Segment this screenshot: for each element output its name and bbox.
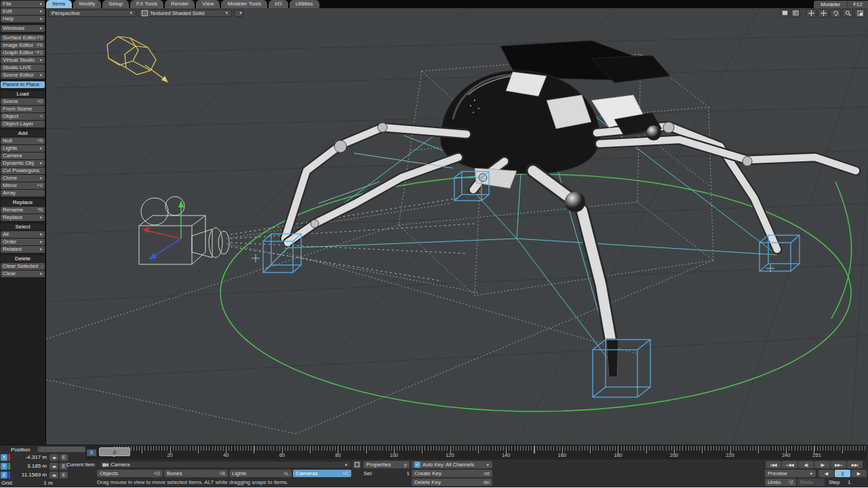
value-stepper[interactable]: ◀▶	[50, 454, 58, 461]
sidebar-item-label: Null	[3, 138, 12, 144]
tab-setup[interactable]: Setup	[102, 0, 129, 8]
sidebar-item-related[interactable]: Related▼	[1, 246, 45, 253]
sidebar-item-from-scene[interactable]: From Scene	[1, 106, 45, 113]
status-hint-text: Drag mouse in view to move selected item…	[97, 479, 288, 485]
sidebar-item-help[interactable]: Help▼	[1, 16, 45, 22]
sidebar-item-scene[interactable]: Scene^O	[1, 98, 45, 105]
shading-mode-dropdown[interactable]: Textured Shaded Solid ▼	[138, 9, 232, 17]
modeler-button[interactable]: Modeler	[814, 1, 848, 7]
tab-view[interactable]: View	[196, 0, 220, 8]
value-stepper[interactable]: ◀▶	[50, 463, 58, 470]
axis-x-button[interactable]: X	[1, 454, 7, 461]
go-end-button[interactable]: ▶▶|	[847, 461, 863, 468]
step-value[interactable]: 1	[848, 479, 850, 485]
sidebar-item-label: Clear Selected	[3, 263, 38, 270]
sidebar-item-all[interactable]: All▼	[1, 231, 45, 238]
tab-utilities[interactable]: Utilities	[290, 0, 319, 8]
undo-shortcut: ^Z	[786, 480, 793, 485]
sidebar-item-lights[interactable]: Lights▼	[1, 145, 45, 152]
undo-button[interactable]: Undo ^Z	[765, 479, 796, 486]
pause-button[interactable]: ||	[835, 470, 850, 477]
sidebar-item-graph-editor[interactable]: Graph Editor^F2	[1, 49, 45, 56]
next-frame-button[interactable]: ||▶	[814, 461, 830, 468]
timeline-ruler[interactable]: 020406080100120140160180200220240251 0 0	[85, 446, 867, 460]
value-stepper[interactable]: ◀▶	[50, 472, 58, 479]
axis-y-value[interactable]: 3.185 m	[10, 463, 47, 470]
auto-key-dropdown[interactable]: ✓ Auto Key: All Channels ▼	[412, 461, 492, 468]
tab-items[interactable]: Items	[46, 0, 72, 8]
properties-button[interactable]: Properties p	[363, 461, 410, 468]
position-mode-bar[interactable]	[38, 447, 85, 452]
current-item-dropdown[interactable]: Camera ▼	[99, 461, 351, 468]
sidebar-item-mirror[interactable]: Mirror+V	[1, 182, 45, 189]
prev-frame-button[interactable]: ◀||	[798, 461, 814, 468]
sidebar-item-shortcut: ^F2	[34, 49, 43, 56]
entity-shortcut: +O	[151, 471, 160, 476]
tab-fx-tools[interactable]: FX Tools	[130, 0, 163, 8]
timeline-slider-handle[interactable]: 0	[99, 447, 130, 456]
item-list-button[interactable]	[353, 461, 361, 468]
sidebar-item-surface-editor[interactable]: Surface EditorF5	[1, 35, 45, 41]
viewport-3d[interactable]	[46, 8, 868, 445]
view-mode-dropdown[interactable]: Perspective ▼	[48, 9, 136, 17]
sidebar-item-rename[interactable]: Rename*N	[1, 207, 45, 214]
next-key-button[interactable]: ▶▶+	[831, 461, 846, 468]
sidebar-item-label: Object	[3, 113, 18, 120]
go-start-button[interactable]: |◀◀	[766, 461, 781, 468]
sidebar-item-array[interactable]: Array	[1, 190, 45, 197]
sidebar-item-replace[interactable]: Replace▼	[1, 214, 45, 221]
sidebar-item-studio-live[interactable]: Studio LIVE	[1, 64, 45, 71]
maximize-icon[interactable]	[854, 9, 865, 18]
pan-icon[interactable]	[806, 9, 816, 18]
entity-button-objects[interactable]: Objects+O	[97, 470, 163, 477]
envelope-button[interactable]: E	[60, 472, 68, 479]
axis-z-value[interactable]: 11.1569 m	[10, 472, 47, 479]
sidebar-item-edit[interactable]: Edit▼	[1, 8, 45, 15]
move-icon[interactable]	[818, 9, 829, 18]
sidebar-item-clone[interactable]: Clone▼	[1, 175, 45, 182]
sidebar-item-object-layer[interactable]: Object Layer	[1, 121, 45, 127]
tab-modeler-tools[interactable]: Modeler Tools	[221, 0, 267, 8]
sidebar-item-file[interactable]: File▼	[1, 1, 45, 7]
play-reverse-button[interactable]: ◀	[818, 470, 834, 477]
preview-dropdown[interactable]: Preview ▼	[765, 470, 816, 477]
sidebar-item-order[interactable]: Order▼	[1, 239, 45, 245]
axis-z-button[interactable]: Z	[1, 472, 7, 479]
checkbox-checked-icon[interactable]: ✓	[414, 462, 420, 468]
zoom-icon[interactable]	[842, 9, 853, 18]
sidebar-item-image-editor[interactable]: Image EditorF6	[1, 42, 45, 49]
entity-button-lights[interactable]: Lights+L	[229, 470, 292, 477]
sidebar-item-object[interactable]: Object+	[1, 113, 45, 120]
undo-label: Undo	[768, 479, 781, 485]
sidebar-item-null[interactable]: Null^N	[1, 138, 45, 144]
viewport-fit-icon[interactable]	[791, 9, 800, 18]
create-key-button[interactable]: Create Key ret	[412, 470, 492, 477]
tab-i-o[interactable]: I/O	[269, 0, 288, 8]
prev-key-button[interactable]: +◀◀	[782, 461, 797, 468]
rotate-icon[interactable]	[830, 9, 841, 18]
axis-x-value[interactable]: -4.317 m	[10, 454, 47, 461]
sidebar-item-scene-editor[interactable]: Scene Editor▼	[1, 72, 45, 79]
shading-extra-dropdown[interactable]: ▼	[234, 9, 243, 17]
axis-y-button[interactable]: Y	[1, 463, 7, 470]
envelope-button[interactable]: E	[60, 454, 68, 461]
sidebar-item-clear[interactable]: Clear▼	[1, 270, 45, 277]
viewport-min-icon[interactable]	[780, 9, 789, 18]
sidebar-item-virtual-studio[interactable]: Virtual Studio▼	[1, 57, 45, 64]
frame-start-field[interactable]: 0	[87, 449, 96, 456]
play-forward-button[interactable]: ▶	[851, 470, 867, 477]
entity-button-bones[interactable]: Bones+B	[164, 470, 228, 477]
sidebar-item-label: Clone	[3, 175, 17, 182]
sidebar-item-cvt-powergons[interactable]: Cvt Powergons	[1, 167, 45, 174]
redo-button[interactable]: Redo	[797, 479, 825, 486]
entity-button-cameras[interactable]: Cameras+C	[293, 470, 351, 477]
sidebar-item-clear-selected[interactable]: Clear Selected-	[1, 263, 45, 270]
tab-modify[interactable]: Modify	[73, 0, 102, 8]
position-header[interactable]: Position	[11, 447, 30, 453]
tab-render[interactable]: Render	[165, 0, 195, 8]
delete-key-button[interactable]: Delete Key del	[412, 479, 492, 486]
sidebar-item-dynamic-obj[interactable]: Dynamic Obj▼	[1, 160, 45, 167]
sidebar-item-camera[interactable]: Camera	[1, 152, 45, 159]
sidebar-item-parent-in-place[interactable]: Parent in Place	[1, 81, 45, 88]
sidebar-item-windows[interactable]: Windows▼	[1, 25, 45, 32]
